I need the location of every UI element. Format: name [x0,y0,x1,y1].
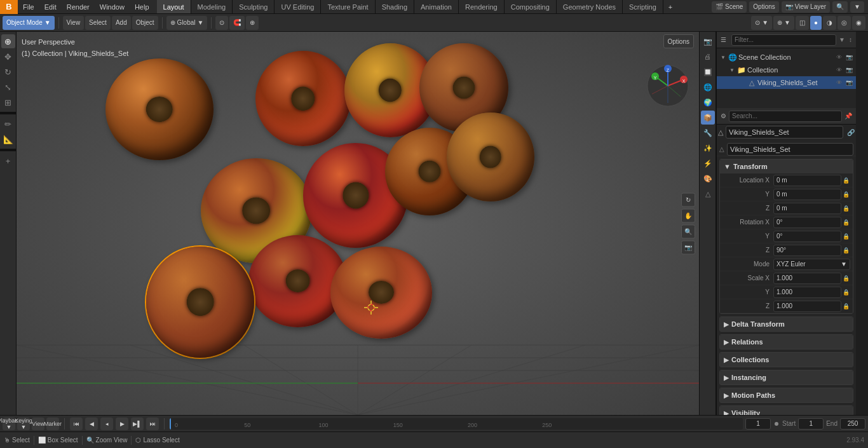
data-tab[interactable]: △ [701,187,715,201]
output-props-tab[interactable]: 🖨 [701,50,715,64]
location-y-lock[interactable]: 🔒 [841,189,850,200]
tab-animation[interactable]: Animation [414,0,459,13]
tab-shading[interactable]: Shading [376,0,414,13]
tree-coll-view[interactable]: 👁 [834,65,843,74]
scale-x-value[interactable]: 1.000 [773,273,841,284]
timeline-numbers[interactable]: 0 50 100 150 200 250 [170,418,743,430]
tab-sculpting[interactable]: Sculpting [233,0,275,13]
menu-edit[interactable]: Edit [39,0,62,13]
prev-frame-btn[interactable]: ◀ [85,417,98,430]
rendered-shading[interactable]: ◎ [837,16,851,30]
playback-menu[interactable]: Playback ▼ [3,417,15,430]
pivot-point[interactable]: ⊙ [215,16,228,30]
axis-gizmo[interactable]: X Y Z [646,64,690,108]
jump-start-btn[interactable]: ⏮ [70,417,83,430]
vp-move-view[interactable]: ✋ [681,208,695,222]
keying-menu[interactable]: Keying ▼ [17,417,30,430]
filter-button[interactable]: ▼ [850,1,864,13]
tab-uv-editing[interactable]: UV Editing [275,0,321,13]
world-tab[interactable]: 🌍 [701,95,715,109]
tab-texture-paint[interactable]: Texture Paint [321,0,375,13]
props-pin[interactable]: 📌 [844,112,852,119]
scale-tool[interactable]: ⤡ [1,80,15,94]
transform-section-header[interactable]: ▼ Transform [720,160,853,173]
scale-y-lock[interactable]: 🔒 [841,287,850,298]
transform-tool[interactable]: ⊞ [1,95,15,109]
shield-10[interactable] [330,247,432,339]
tab-geometry-nodes[interactable]: Geometry Nodes [557,0,623,13]
menu-render[interactable]: Render [62,0,95,13]
add-workspace-button[interactable]: + [663,0,677,13]
object-mode-dropdown[interactable]: Object Mode ▼ [3,16,55,30]
view-layer-tab[interactable]: 🔲 [701,65,715,79]
scale-y-value[interactable]: 1.000 [773,287,841,298]
gizmos[interactable]: ⊕ ▼ [773,16,794,30]
outliner-search-input[interactable] [731,34,836,46]
menu-window[interactable]: Window [95,0,130,13]
location-z-lock[interactable]: 🔒 [841,203,850,214]
proportional-edit[interactable]: ⊕ [246,16,259,30]
rotation-x-value[interactable]: 0° [773,217,841,228]
object-tab[interactable]: 📦 [701,111,715,125]
select-menu[interactable]: Select [85,16,111,30]
measure-tool[interactable]: 📐 [1,132,15,146]
rotation-z-lock[interactable]: 🔒 [841,245,850,256]
rotation-mode-dropdown[interactable]: XYZ Euler ▼ [773,259,850,270]
end-frame-input[interactable] [840,418,865,430]
snap-toggle[interactable]: 🧲 [229,16,245,30]
shield-8[interactable] [447,112,534,201]
start-frame-input[interactable] [798,418,824,430]
marker-menu[interactable]: Marker [46,417,59,430]
material-shading[interactable]: ◑ [823,16,836,30]
relations-header[interactable]: ▶ Relations [720,335,853,349]
object-type-input[interactable] [727,143,853,156]
vp-rotate-view[interactable]: ↻ [681,193,695,207]
tree-scene-collection[interactable]: ▼ 🌐 Scene Collection 👁 📷 [717,51,856,64]
shield-3[interactable] [344,43,437,137]
tree-viking-shields[interactable]: △ Viking_Shields_Set 👁 📷 [717,76,856,89]
view-layer-selector[interactable]: 📷 View Layer [782,1,830,13]
shield-9[interactable] [248,235,347,327]
tree-restrict-view[interactable]: 👁 [834,53,843,62]
object-menu[interactable]: Object [132,16,158,30]
outliner-filter-btn[interactable]: ▼ [839,36,845,43]
scale-z-lock[interactable]: 🔒 [841,301,850,312]
3d-cursor[interactable] [364,301,378,315]
rotation-x-lock[interactable]: 🔒 [841,217,850,228]
props-search-input[interactable] [729,111,842,122]
outliner-sync-btn[interactable]: ↕ [849,36,852,43]
solid-shading[interactable]: ● [810,16,822,30]
tab-rendering[interactable]: Rendering [459,0,505,13]
transform-orientation[interactable]: ⊕ Global ▼ [166,16,208,30]
tree-vs-view[interactable]: 👁 [834,78,843,87]
location-z-value[interactable]: 0 m [773,203,841,214]
physics-tab[interactable]: ⚡ [701,156,715,170]
add-menu[interactable]: Add [112,16,131,30]
jump-end-btn[interactable]: ⏭ [146,417,159,430]
menu-help[interactable]: Help [130,0,154,13]
viewport-options-button[interactable]: Options [663,34,694,48]
visibility-header[interactable]: ▶ Visibility [720,406,853,415]
collections-header[interactable]: ▶ Collections [720,353,853,367]
viewport[interactable]: User Perspective (1) Collection | Viking… [17,32,699,415]
vp-zoom-view[interactable]: 🔍 [681,224,695,238]
tree-collection[interactable]: ▼ 📁 Collection 👁 📷 [717,64,856,76]
vp-camera-view[interactable]: 📷 [681,240,695,254]
scene-selector[interactable]: 🎬 Scene [712,1,747,13]
object-name-input[interactable] [726,126,843,139]
scale-z-value[interactable]: 1.000 [773,301,841,312]
view-menu[interactable]: View [63,16,85,30]
add-object-tool[interactable]: + [1,154,15,168]
delta-transform-header[interactable]: ▶ Delta Transform [720,317,853,331]
rotation-z-value[interactable]: 90° [773,245,841,256]
tl-view-menu[interactable]: View [32,417,44,430]
tree-restrict-render[interactable]: 📷 [844,53,853,62]
location-x-value[interactable]: 0 m [773,175,841,186]
shield-1[interactable] [105,58,214,160]
shield-4[interactable] [419,43,508,132]
tab-compositing[interactable]: Compositing [505,0,557,13]
particles-tab[interactable]: ✨ [701,141,715,155]
viewport-overlays[interactable]: ⊙ ▼ [751,16,772,30]
location-y-value[interactable]: 0 m [773,189,841,200]
cursor-tool[interactable]: ⊕ [1,34,15,48]
